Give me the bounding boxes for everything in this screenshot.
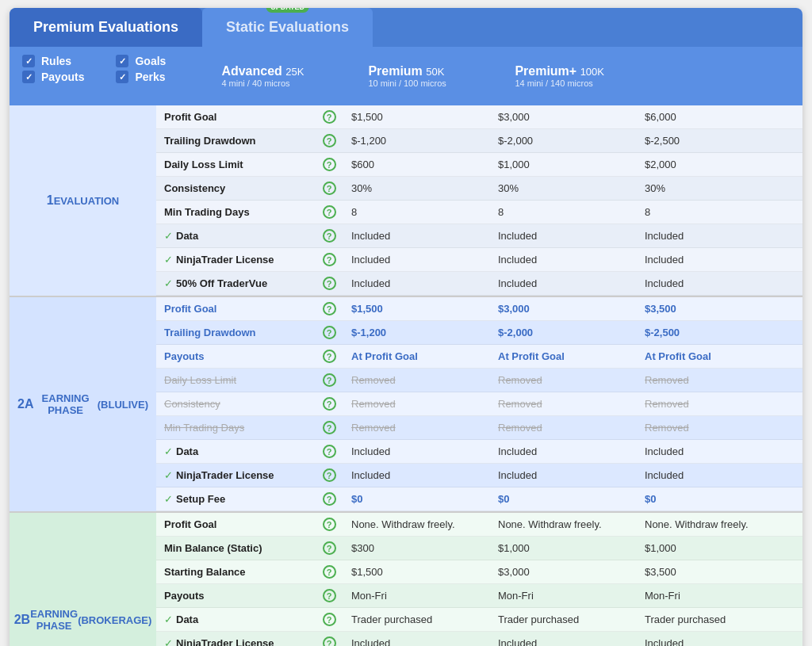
row-value: At Profit Goal bbox=[490, 345, 637, 368]
row-value: $300 bbox=[343, 537, 490, 560]
row-label: Profit Goal bbox=[156, 105, 315, 128]
help-icon[interactable]: ? bbox=[323, 302, 336, 315]
help-icon[interactable]: ? bbox=[323, 589, 336, 602]
row-value: Included bbox=[637, 248, 783, 271]
row-value: $-2,500 bbox=[637, 321, 783, 344]
table-row: ✓Data?Trader purchasedTrader purchasedTr… bbox=[156, 608, 802, 632]
filter-group-1: ✓ Rules ✓ Payouts bbox=[22, 55, 84, 97]
table-row: ✓Setup Fee?$0$0$0 bbox=[156, 487, 802, 511]
filter-row: ✓ Rules ✓ Payouts ✓ Goals ✓ Perks Advanc… bbox=[10, 47, 802, 105]
row-value: Removed bbox=[343, 392, 490, 415]
filter-goals[interactable]: ✓ Goals bbox=[116, 55, 166, 67]
row-value: $-1,200 bbox=[343, 129, 490, 152]
row-label: ✓Data bbox=[156, 608, 315, 631]
help-icon[interactable]: ? bbox=[323, 565, 336, 579]
row-label: Min Balance (Static) bbox=[156, 537, 315, 560]
row-value: $-1,200 bbox=[343, 321, 490, 344]
comparison-table: 1EVALUATIONProfit Goal?$1,500$3,000$6,00… bbox=[10, 105, 802, 646]
row-value: 30% bbox=[343, 177, 490, 200]
row-label: Starting Balance bbox=[156, 560, 315, 583]
row-value: $1,000 bbox=[637, 537, 783, 560]
row-value: Included bbox=[490, 464, 637, 487]
table-row: Consistency?RemovedRemovedRemoved bbox=[156, 392, 802, 416]
row-value: 30% bbox=[490, 177, 637, 200]
section-rows-s1: Profit Goal?$1,500$3,000$6,000Trailing D… bbox=[156, 105, 802, 296]
row-value: Included bbox=[343, 272, 490, 295]
table-row: ✓NinjaTrader License?IncludedIncludedInc… bbox=[156, 248, 802, 272]
help-icon[interactable]: ? bbox=[323, 158, 336, 171]
help-icon[interactable]: ? bbox=[323, 326, 336, 339]
help-icon[interactable]: ? bbox=[323, 492, 336, 506]
filter-rules[interactable]: ✓ Rules bbox=[22, 55, 84, 67]
row-label: Consistency bbox=[156, 392, 315, 415]
row-value: Included bbox=[637, 224, 783, 247]
row-value: 8 bbox=[637, 201, 783, 224]
row-label: ✓Setup Fee bbox=[156, 487, 315, 510]
help-icon[interactable]: ? bbox=[323, 205, 336, 219]
help-icon[interactable]: ? bbox=[323, 229, 336, 243]
row-value: Included bbox=[490, 272, 637, 295]
help-icon[interactable]: ? bbox=[323, 541, 336, 555]
row-value: Included bbox=[637, 440, 783, 463]
row-value: Removed bbox=[490, 392, 637, 415]
row-value: Included bbox=[490, 248, 637, 271]
row-value: 8 bbox=[490, 201, 637, 224]
help-icon[interactable]: ? bbox=[323, 110, 336, 124]
help-icon[interactable]: ? bbox=[323, 277, 336, 290]
help-icon[interactable]: ? bbox=[323, 253, 336, 266]
check-icon: ✓ bbox=[164, 277, 173, 289]
help-icon[interactable]: ? bbox=[323, 613, 336, 626]
col-header-premium: Premium 50K 10 mini / 100 micros bbox=[360, 55, 507, 97]
check-icon: ✓ bbox=[164, 254, 173, 266]
col-header-advanced: Advanced 25K 4 mini / 40 micros bbox=[213, 55, 360, 97]
tab-static-evaluations[interactable]: UPDATED Static Evaluations bbox=[202, 8, 373, 47]
section-label-s2a: 2AEARNING PHASE(BLULIVE) bbox=[10, 297, 156, 511]
check-icon: ✓ bbox=[164, 445, 173, 457]
checkbox-goals[interactable]: ✓ bbox=[116, 55, 128, 67]
help-icon[interactable]: ? bbox=[323, 518, 336, 531]
section-s2b: 2BEARNING PHASE(BROKERAGE)Profit Goal?No… bbox=[10, 513, 802, 646]
row-value: $2,000 bbox=[637, 153, 783, 176]
help-icon[interactable]: ? bbox=[323, 182, 336, 195]
row-value: Removed bbox=[637, 416, 783, 439]
table-row: Trailing Drawdown?$-1,200$-2,000$-2,500 bbox=[156, 321, 802, 345]
filter-perks[interactable]: ✓ Perks bbox=[116, 71, 166, 83]
section-rows-s2a: Profit Goal?$1,500$3,000$3,500Trailing D… bbox=[156, 297, 802, 511]
tab-premium-evaluations[interactable]: Premium Evaluations bbox=[10, 8, 202, 47]
table-row: Min Balance (Static)?$300$1,000$1,000 bbox=[156, 537, 802, 560]
help-icon[interactable]: ? bbox=[323, 468, 336, 482]
checkbox-rules[interactable]: ✓ bbox=[22, 55, 35, 67]
help-icon[interactable]: ? bbox=[323, 421, 336, 434]
row-value: At Profit Goal bbox=[637, 345, 783, 368]
row-value: $0 bbox=[490, 487, 637, 510]
row-value: Included bbox=[490, 632, 637, 646]
checkbox-perks[interactable]: ✓ bbox=[116, 71, 128, 83]
help-icon[interactable]: ? bbox=[323, 373, 336, 387]
row-value: Removed bbox=[343, 416, 490, 439]
row-value: Included bbox=[637, 272, 783, 295]
row-value: Included bbox=[343, 464, 490, 487]
row-value: At Profit Goal bbox=[343, 345, 490, 368]
col-header-premiumplus: Premium+ 100K 14 mini / 140 micros bbox=[507, 55, 653, 97]
main-container: Premium Evaluations UPDATED Static Evalu… bbox=[10, 8, 802, 646]
help-icon[interactable]: ? bbox=[323, 445, 336, 458]
row-value: 30% bbox=[637, 177, 783, 200]
check-icon: ✓ bbox=[164, 469, 173, 481]
help-icon[interactable]: ? bbox=[323, 636, 336, 646]
help-icon[interactable]: ? bbox=[323, 350, 336, 363]
row-value: Removed bbox=[637, 369, 783, 392]
help-icon[interactable]: ? bbox=[323, 397, 336, 411]
row-value: Removed bbox=[490, 369, 637, 392]
row-value: Included bbox=[490, 224, 637, 247]
section-label-s2b: 2BEARNING PHASE(BROKERAGE) bbox=[10, 513, 156, 646]
table-row: Daily Loss Limit?RemovedRemovedRemoved bbox=[156, 369, 802, 392]
table-row: Profit Goal?None. Withdraw freely.None. … bbox=[156, 513, 802, 537]
row-value: None. Withdraw freely. bbox=[343, 513, 490, 536]
table-row: Min Trading Days?RemovedRemovedRemoved bbox=[156, 416, 802, 440]
section-rows-s2b: Profit Goal?None. Withdraw freely.None. … bbox=[156, 513, 802, 646]
filter-payouts[interactable]: ✓ Payouts bbox=[22, 71, 84, 83]
row-value: $600 bbox=[343, 153, 490, 176]
checkbox-payouts[interactable]: ✓ bbox=[22, 71, 35, 83]
help-icon[interactable]: ? bbox=[323, 134, 336, 147]
row-value: None. Withdraw freely. bbox=[490, 513, 637, 536]
